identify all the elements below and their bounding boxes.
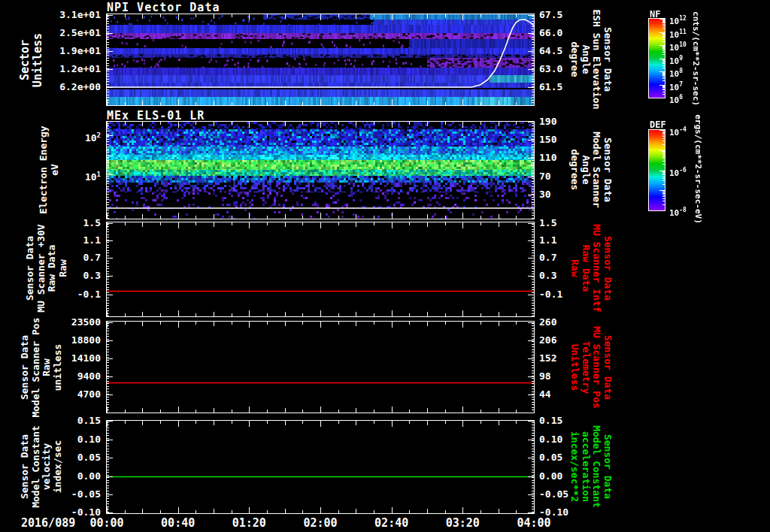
def-colorbar-tick-label: 10-6: [669, 166, 687, 178]
els-right-axis-title: Sensor Data Model Scanner Angle degrees: [569, 131, 613, 208]
npi-right-y-tick-label: 63.0: [539, 64, 562, 74]
model-constant-line-canvas: [107, 421, 534, 513]
model-scanner-pos-right-y-tick-label: 152: [539, 353, 556, 364]
nf-colorbar: [648, 18, 665, 98]
npi-right-y-tick-label: 67.5: [539, 10, 562, 20]
mu-scanner-raw-panel: [106, 222, 535, 317]
els-right-y-tick-label: 30: [539, 189, 551, 200]
model-constant-left-y-tick-label: 0.15: [77, 416, 101, 426]
els-spectrogram-canvas: [107, 122, 534, 219]
npi-left-y-tick-label: 1.2e+01: [59, 64, 101, 74]
nf-colorbar-tick-label: 107: [669, 80, 683, 92]
model-constant-left-y-tick-label: 0.00: [77, 471, 101, 482]
npi-left-y-tick-label: 6.2e+00: [59, 82, 101, 92]
nf-colorbar-tick-label: 108: [669, 67, 683, 79]
els-left-y-tick-label: 101: [85, 169, 101, 183]
model-scanner-pos-right-y-tick-label: 44: [539, 389, 551, 400]
mu-scanner-raw-right-axis-title: Sensor Data MU Scanner Intf Raw Data Raw: [569, 224, 613, 312]
model-constant-panel: [106, 420, 535, 514]
model-constant-left-y-tick-label: -0.05: [71, 489, 101, 500]
model-scanner-pos-left-y-tick-label: 23500: [71, 317, 101, 328]
x-tick-label: 00:00: [83, 516, 131, 530]
npi-right-y-tick-label: 61.5: [539, 82, 562, 92]
def-colorbar-units: ergs/(cm**2-sr-sec-eV): [693, 114, 702, 224]
model-scanner-pos-panel: [106, 321, 535, 413]
els-right-y-tick-label: 150: [539, 135, 556, 145]
els-right-y-tick-label: 70: [539, 171, 551, 182]
mu-scanner-raw-right-y-tick-label: -0.1: [539, 289, 562, 300]
nf-colorbar-tick-label: 1011: [669, 28, 687, 40]
model-scanner-pos-right-y-tick-label: 206: [539, 335, 556, 346]
def-colorbar-tick-label: 10-8: [669, 206, 687, 218]
model-constant-right-axis-title: Sensor Data Model Constant acceleration …: [569, 425, 613, 508]
els-right-y-tick-label: 110: [539, 153, 556, 163]
x-tick-label: 01:20: [225, 516, 273, 530]
model-constant-left-y-tick-label: 0.05: [77, 452, 101, 463]
nf-colorbar-label: NF: [650, 9, 660, 20]
model-constant-right-y-tick-label: 0.10: [539, 434, 562, 445]
npi-right-axis-title: Sensor Data ESH Sun Elevation Angle degr…: [569, 9, 613, 109]
mu-scanner-raw-left-y-tick-label: 0.3: [83, 271, 101, 281]
panel1-title: NPI Vector Data: [107, 1, 220, 14]
mu-scanner-raw-left-y-tick-label: 0.7: [83, 252, 101, 263]
x-axis-date-label: 2016/089: [21, 516, 75, 530]
def-colorbar-canvas: [649, 130, 665, 210]
mu-scanner-raw-line-canvas: [107, 222, 534, 316]
mu-scanner-raw-left-y-tick-label: -0.1: [77, 289, 101, 300]
model-constant-right-y-tick-label: 0.05: [539, 452, 562, 463]
model-scanner-pos-left-y-tick-label: 14100: [71, 353, 101, 364]
model-scanner-pos-line-canvas: [107, 322, 534, 413]
model-scanner-pos-left-y-tick-label: 9400: [77, 371, 101, 382]
nf-colorbar-tick-label: 109: [669, 54, 683, 66]
els-left-axis-title: Electron Energy eV: [38, 125, 60, 213]
plot-window: NPI Vector Data MEx ELS-01 LR 2016/089 3…: [0, 0, 770, 532]
mu-scanner-raw-right-y-tick-label: 0.3: [539, 271, 556, 281]
model-scanner-pos-right-y-tick-label: 98: [539, 371, 551, 382]
def-colorbar-label: DEF: [650, 119, 666, 130]
els-panel: [106, 121, 535, 219]
npi-left-axis-title: Sector Unitless: [19, 33, 44, 87]
npi-left-y-tick-label: 3.1e+01: [59, 10, 101, 20]
model-scanner-pos-right-axis-title: Sensor Data MU Scanner Pos Telemetry Uni…: [569, 326, 613, 409]
npi-panel: [106, 14, 535, 106]
x-tick-label: 02:00: [296, 516, 344, 530]
nf-colorbar-tick-label: 1012: [669, 14, 687, 26]
def-colorbar: [648, 129, 665, 211]
x-tick-label: 03:20: [438, 516, 487, 530]
model-constant-right-y-tick-label: -0.05: [539, 489, 568, 500]
model-constant-right-y-tick-label: 0.00: [539, 471, 562, 482]
model-constant-right-y-tick-label: 0.15: [539, 416, 562, 426]
npi-left-y-tick-label: 2.5e+01: [59, 28, 101, 38]
mu-scanner-raw-right-y-tick-label: 1.1: [539, 235, 556, 246]
model-constant-left-y-tick-label: 0.10: [77, 434, 101, 445]
mu-scanner-raw-right-y-tick-label: 1.5: [539, 218, 556, 228]
mu-scanner-raw-right-y-tick-label: 0.7: [539, 252, 556, 263]
npi-right-y-tick-label: 66.0: [539, 28, 562, 38]
nf-colorbar-tick-label: 1010: [669, 41, 687, 53]
model-constant-left-axis-title: Sensor Data Model Constant velocity inde…: [20, 425, 63, 508]
npi-right-y-tick-label: 64.5: [539, 46, 562, 56]
els-right-y-tick-label: 190: [539, 116, 556, 127]
npi-spectrogram-canvas: [107, 14, 534, 105]
mu-scanner-raw-left-y-tick-label: 1.1: [83, 235, 101, 246]
model-scanner-pos-left-y-tick-label: 18800: [71, 335, 101, 346]
mu-scanner-raw-left-y-tick-label: 1.5: [83, 218, 101, 228]
model-scanner-pos-right-y-tick-label: 260: [539, 317, 556, 328]
mu-scanner-raw-left-axis-title: Sensor Data MU Scanner +30V Raw Data Raw: [25, 224, 68, 312]
nf-colorbar-canvas: [649, 19, 665, 98]
npi-left-y-tick-label: 1.9e+01: [59, 46, 101, 56]
nf-colorbar-tick-label: 106: [669, 93, 683, 105]
x-tick-label: 04:00: [510, 516, 558, 530]
def-colorbar-tick-label: 10-4: [669, 125, 687, 138]
nf-colorbar-units: cnts/(cm**2-sr-sec): [691, 11, 700, 106]
els-left-y-tick-label: 102: [85, 130, 101, 144]
x-tick-label: 00:40: [154, 516, 202, 530]
x-tick-label: 02:40: [368, 516, 416, 530]
model-scanner-pos-left-y-tick-label: 4700: [77, 389, 101, 400]
model-scanner-pos-left-axis-title: Sensor Data Model Scanner Pos Raw unitle…: [20, 317, 63, 417]
